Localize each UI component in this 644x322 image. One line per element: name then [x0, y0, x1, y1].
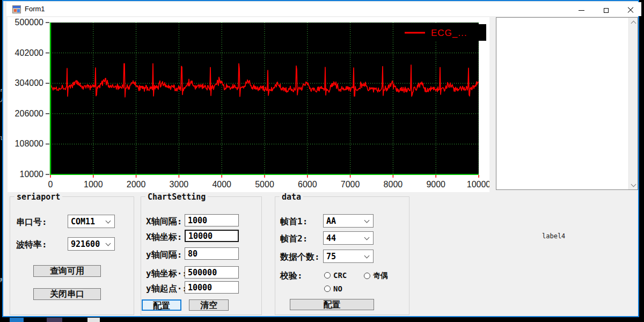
frame2-value: 44	[326, 233, 336, 243]
y-start-input[interactable]	[185, 281, 239, 294]
frame2-select[interactable]: 44	[323, 231, 374, 245]
group-title: ChartSetting	[145, 192, 208, 202]
check-label: 校验:	[280, 270, 303, 282]
svg-text:1000: 1000	[84, 180, 103, 189]
baud-select[interactable]: 921600	[68, 237, 115, 251]
radio-crc[interactable]: CRC	[324, 271, 347, 280]
frame2-label: 帧首2:	[280, 233, 308, 245]
svg-text:ECG_...: ECG_...	[431, 28, 467, 38]
svg-text:0: 0	[48, 180, 53, 189]
label4: label4	[542, 232, 565, 240]
count-select[interactable]: 75	[323, 250, 374, 263]
chart-config-button[interactable]: 配置	[142, 299, 181, 311]
svg-text:206000: 206000	[15, 109, 43, 118]
svg-text:8000: 8000	[384, 180, 403, 189]
svg-text:2000: 2000	[127, 180, 146, 189]
frame1-value: AA	[326, 216, 336, 226]
ecg-chart-svg: 0100020003000400050006000700080009000100…	[8, 17, 489, 192]
taskbar-icon[interactable]	[87, 318, 100, 322]
svg-text:304000: 304000	[15, 78, 43, 87]
frame1-select[interactable]: AA	[323, 214, 374, 228]
port-label: 串口号:	[16, 217, 47, 228]
svg-text:10000: 10000	[467, 180, 489, 189]
frame1-label: 帧首1:	[280, 216, 308, 228]
chevron-down-icon	[364, 253, 370, 258]
scroll-down-icon[interactable]	[629, 180, 638, 189]
ecg-chart: 0100020003000400050006000700080009000100…	[8, 17, 489, 192]
query-ports-button[interactable]: 查询可用	[33, 265, 101, 277]
svg-text:108000: 108000	[15, 139, 43, 148]
svg-text:10000: 10000	[20, 170, 44, 179]
scroll-up-icon[interactable]	[629, 18, 638, 27]
taskbar-icon[interactable]	[47, 318, 62, 322]
radio-no[interactable]: NO	[324, 284, 342, 293]
x-interval-label: X轴间隔:	[146, 216, 182, 228]
chevron-down-icon	[106, 218, 111, 223]
svg-text:9000: 9000	[426, 180, 445, 189]
titlebar: Form1	[6, 2, 641, 16]
y-interval-input[interactable]	[185, 247, 239, 260]
close-button[interactable]	[618, 3, 643, 17]
svg-text:7000: 7000	[341, 180, 360, 189]
svg-text:6000: 6000	[298, 180, 317, 189]
window-title: Form1	[25, 2, 45, 16]
svg-text:402000: 402000	[15, 48, 43, 57]
maximize-icon	[604, 8, 609, 13]
port-value: COM11	[71, 217, 95, 226]
radio-parity[interactable]: 奇偶	[364, 271, 388, 281]
y-interval-label: y轴间隔:	[146, 250, 182, 261]
close-icon	[627, 7, 634, 13]
svg-text:5000: 5000	[255, 180, 274, 189]
desktop-right-strip	[639, 0, 644, 322]
data-config-button[interactable]: 配置	[290, 299, 374, 310]
chart-clear-button[interactable]: 清空	[189, 299, 229, 311]
x-coord-input[interactable]	[185, 230, 239, 242]
svg-text:4000: 4000	[212, 180, 231, 189]
radio-icon	[324, 272, 331, 279]
y-start-label: y轴起点·:	[146, 283, 187, 295]
listbox-scrollbar[interactable]	[628, 18, 638, 189]
group-title: seriaport	[14, 192, 62, 202]
y-coord-input[interactable]	[185, 266, 239, 279]
svg-text:500000: 500000	[15, 18, 43, 27]
taskbar-icon[interactable]	[10, 318, 24, 322]
port-select[interactable]: COM11	[68, 215, 115, 228]
x-interval-input[interactable]	[185, 214, 239, 226]
chevron-down-icon	[364, 235, 370, 240]
chevron-down-icon	[106, 240, 111, 246]
radio-icon	[324, 286, 331, 292]
radio-icon	[364, 273, 370, 279]
log-listbox[interactable]	[496, 17, 638, 190]
x-coord-label: X轴坐标:	[146, 232, 182, 243]
chevron-down-icon	[364, 217, 370, 223]
minimize-button[interactable]	[569, 3, 594, 17]
form-icon	[12, 5, 21, 13]
svg-text:3000: 3000	[170, 180, 189, 189]
count-value: 75	[326, 252, 336, 261]
minimize-icon	[579, 10, 584, 11]
close-port-button[interactable]: 关闭串口	[33, 288, 101, 300]
y-coord-label: y轴坐标·:	[146, 268, 187, 280]
group-title: data	[280, 192, 303, 202]
baud-label: 波特率:	[16, 239, 47, 251]
baud-value: 921600	[71, 239, 100, 249]
maximize-button[interactable]	[594, 3, 618, 17]
count-label: 数据个数:	[280, 252, 320, 263]
